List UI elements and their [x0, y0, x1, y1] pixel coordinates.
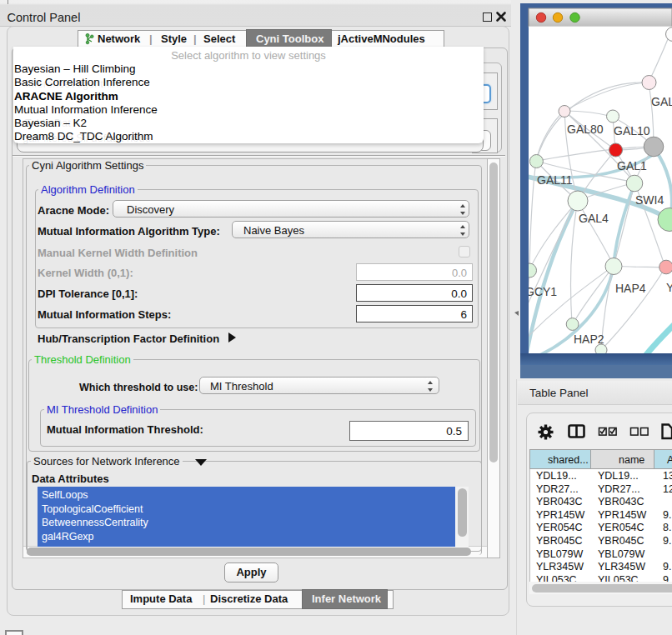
svg-text:GAL11: GAL11	[537, 173, 573, 187]
svg-text:HAP4: HAP4	[615, 282, 646, 295]
svg-text:Y: Y	[666, 281, 672, 294]
svg-text:SWI4: SWI4	[635, 193, 664, 207]
svg-text:GAL10: GAL10	[614, 124, 650, 138]
svg-text:GAL4: GAL4	[579, 212, 609, 225]
svg-text:GAL: GAL	[651, 95, 672, 108]
svg-text:GAL80: GAL80	[567, 122, 604, 136]
svg-text:GAL1: GAL1	[617, 159, 647, 172]
svg-text:HAP2: HAP2	[574, 332, 604, 346]
svg-text:GCY1: GCY1	[525, 285, 557, 298]
